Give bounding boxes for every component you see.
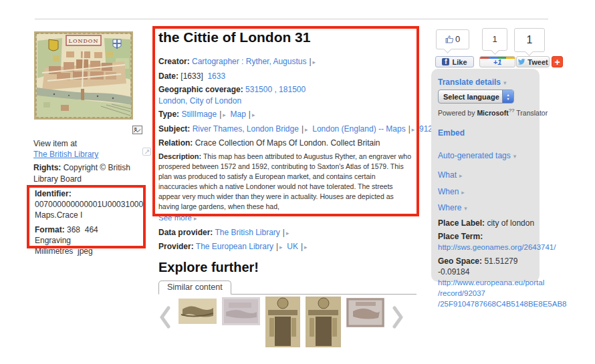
expand-arrow-icon[interactable]: ▸ <box>412 126 415 133</box>
what-toggle[interactable]: What▸ <box>438 170 540 181</box>
image-viewer-icon[interactable]: B <box>132 125 142 134</box>
identifier-value-2: Maps.Crace I <box>35 210 82 220</box>
embed-toggle[interactable]: Embed <box>438 128 540 138</box>
expand-arrow-icon[interactable]: ▸ <box>305 126 308 133</box>
data-provider-link[interactable]: The British Library <box>215 228 279 237</box>
provider-row: Provider: The European Library|▸ UK|▸ <box>158 241 416 253</box>
rights-block: Rights: Copyright © British Library Boar… <box>33 162 148 185</box>
separator: | <box>283 228 285 237</box>
similar-item-thumbnail-1[interactable] <box>178 299 217 327</box>
collapse-arrow-icon: ▾ <box>513 153 517 160</box>
record-link-row-1: http://www.europeana.eu/portal <box>438 277 540 288</box>
type-link-map[interactable]: Map <box>230 110 245 119</box>
facebook-like-button[interactable]: f Like <box>435 56 474 67</box>
google-colors-stripe <box>480 57 515 59</box>
geonames-link[interactable]: http://sws.geonames.org/2643741/ <box>438 243 556 251</box>
type-link-stillimage[interactable]: StillImage <box>181 110 217 119</box>
translate-details-toggle[interactable]: Translate details▾ <box>438 77 540 88</box>
expand-arrow-icon[interactable]: ▸ <box>313 59 316 65</box>
explore-further-heading: Explore further! <box>158 260 416 275</box>
plusone-count: 1 <box>482 28 507 51</box>
provider-label: Provider: <box>158 242 194 251</box>
place-term-link-row: http://sws.geonames.org/2643741/ <box>438 242 540 252</box>
chevron-right-icon[interactable] <box>391 306 406 331</box>
geo-coords-link[interactable]: 531500 , 181500 <box>245 85 306 94</box>
item-detail-page: LONDON B View item at The British Librar… <box>0 0 595 364</box>
collapse-arrow-icon: ▾ <box>503 79 507 86</box>
expand-arrow-icon[interactable]: ▸ <box>194 215 197 222</box>
separator: | <box>309 57 311 66</box>
page-title: the Cittie of London 31 <box>158 29 416 45</box>
date-link[interactable]: 1633 <box>207 71 225 81</box>
language-select[interactable]: Select language ▴▾ <box>438 89 514 104</box>
identifier-label: Identifier: <box>35 189 72 198</box>
embed-label: Embed <box>438 128 465 138</box>
library-link[interactable]: The British Library <box>33 150 98 159</box>
format-value-2: Millimetres jpeg <box>35 246 93 256</box>
google-plusone-button[interactable]: +1 <box>479 56 515 67</box>
similar-item-thumbnail-2[interactable] <box>222 297 260 328</box>
expand-arrow-icon[interactable]: ▸ <box>304 244 308 250</box>
similar-item-thumbnail-3[interactable] <box>265 297 300 350</box>
description-row: Description: This map has been attribute… <box>158 152 414 212</box>
item-map-thumbnail[interactable]: LONDON <box>34 31 133 120</box>
plusone-button-label: +1 <box>493 58 502 66</box>
expand-arrow-icon[interactable]: ▸ <box>286 230 289 236</box>
share-more-button[interactable]: + <box>552 56 563 67</box>
creator-link[interactable]: Cartographer : Ryther, Augustus <box>192 57 306 66</box>
tab-similar-content[interactable]: Similar content <box>158 281 231 295</box>
when-toggle[interactable]: When▸ <box>438 186 540 198</box>
provider-link[interactable]: The European Library <box>196 242 273 251</box>
tweet-count: 1 <box>514 28 545 52</box>
relation-value: Crace Collection Of Maps Of London. Coll… <box>195 138 380 148</box>
europeana-record-link-2[interactable]: /record/92037 <box>438 289 485 297</box>
social-share-bar: 0 f Like 1 +1 1 Tweet + <box>435 28 563 69</box>
like-button-label: Like <box>452 58 467 66</box>
creator-label: Creator: <box>158 57 190 66</box>
expand-arrow-icon[interactable]: ▸ <box>223 112 226 118</box>
select-stepper-icon: ▴▾ <box>502 90 513 103</box>
similar-item-thumbnail-5[interactable] <box>346 298 384 330</box>
place-label-label: Place Label: <box>438 218 485 228</box>
identifier-format-block: Identifier: 007000000000001U00031000 Map… <box>35 188 135 256</box>
translator-attribution: Powered by Microsoft?? Translator <box>438 106 540 118</box>
geo-place-link[interactable]: London, City of London <box>158 96 241 106</box>
subject-link-2[interactable]: London (England) -- Maps <box>312 124 405 134</box>
subject-link-3[interactable]: 912 <box>419 124 433 134</box>
record-link-row-2: /record/92037 <box>438 288 540 299</box>
see-more-row: See more ▸ <box>158 213 416 223</box>
expand-arrow-icon: ▸ <box>461 189 465 196</box>
provider-country-link[interactable]: UK <box>287 242 298 251</box>
europeana-record-link-1[interactable]: http://www.europeana.eu/portal <box>438 279 544 287</box>
where-label: Where <box>438 203 461 212</box>
place-label-row: Place Label: city of london <box>438 218 540 228</box>
separator: | <box>301 242 303 251</box>
tweet-button[interactable]: Tweet <box>516 56 550 67</box>
identifier-value: 007000000000001U00031000 <box>35 200 143 209</box>
data-provider-label: Data provider: <box>158 228 213 237</box>
language-select-value: Select language <box>439 93 502 101</box>
chevron-left-icon[interactable] <box>158 306 173 331</box>
type-row: Type: StillImage|▸ Map|▸ <box>158 109 416 121</box>
external-link-icon[interactable]: ↗ <box>142 148 151 156</box>
thumbs-up-icon <box>445 35 454 43</box>
subject-link-1[interactable]: River Thames, London Bridge <box>193 124 299 134</box>
separator: | <box>408 124 410 134</box>
subject-row: Subject: River Thames, London Bridge|▸ L… <box>158 124 416 136</box>
expand-arrow-icon[interactable]: ▸ <box>279 244 283 250</box>
separator: | <box>219 110 221 119</box>
expand-arrow-icon[interactable]: ▸ <box>252 112 255 118</box>
expand-arrow-icon: ▸ <box>459 172 463 179</box>
creator-row: Creator: Cartographer : Ryther, Augustus… <box>158 56 416 68</box>
geo-space-label: Geo Space: <box>438 256 482 266</box>
auto-tags-toggle[interactable]: Auto-generated tags▾ <box>438 150 540 162</box>
where-toggle[interactable]: Where▾ <box>438 202 540 214</box>
europeana-record-link-3[interactable]: /25F9104787668C4B5148BE8E5AB8 <box>438 300 566 308</box>
translate-details-label: Translate details <box>438 77 501 87</box>
see-more-link[interactable]: See more <box>158 214 192 222</box>
similar-item-thumbnail-4[interactable] <box>306 297 341 350</box>
geo-coverage-row: Geographic coverage: 531500 , 181500 Lon… <box>158 84 416 106</box>
collapse-arrow-icon: ▾ <box>464 205 467 212</box>
separator: | <box>276 242 278 251</box>
place-term-label: Place Term: <box>438 232 483 241</box>
